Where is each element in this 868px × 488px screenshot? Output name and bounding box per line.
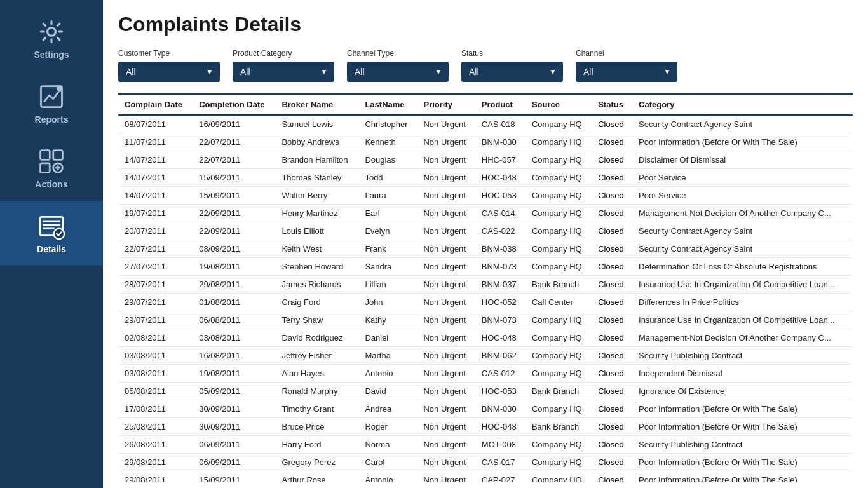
table-cell-broker-name: Timothy Grant xyxy=(275,400,358,418)
table-cell-product: BNM-073 xyxy=(475,311,526,329)
table-cell-source: Company HQ xyxy=(526,169,592,187)
table-cell-lastname: Antonio xyxy=(358,365,417,383)
filter-select-product-category[interactable]: All Insurance Banking Investments xyxy=(233,62,334,82)
filter-label-customer-type: Customer Type xyxy=(118,49,220,58)
table-cell-status: Closed xyxy=(592,169,632,187)
table-cell-completion-date: 15/09/2011 xyxy=(193,169,275,187)
sidebar-label-reports: Reports xyxy=(35,114,69,125)
table-cell-lastname: Earl xyxy=(358,205,417,222)
table-cell-product: HOC-053 xyxy=(475,383,526,400)
sidebar-item-reports[interactable]: Reports xyxy=(0,71,103,136)
table-row[interactable]: 05/08/201105/09/2011Ronald MurphyDavidNo… xyxy=(118,383,853,400)
table-row[interactable]: 20/07/201122/09/2011Louis ElliottEvelynN… xyxy=(118,222,853,240)
filter-select-customer-type-wrapper[interactable]: All Individual Corporate Business ▼ xyxy=(118,62,220,82)
table-row[interactable]: 03/08/201116/08/2011Jeffrey FisherMartha… xyxy=(118,347,853,365)
table-row[interactable]: 22/07/201108/09/2011Keith WestFrankNon U… xyxy=(118,240,853,258)
table-cell-completion-date: 30/09/2011 xyxy=(193,400,275,418)
table-cell-broker-name: Henry Martinez xyxy=(275,205,358,222)
table-row[interactable]: 29/07/201101/08/2011Craig FordJohnNon Ur… xyxy=(118,294,853,311)
table-cell-source: Company HQ xyxy=(526,115,592,133)
table-cell-lastname: Douglas xyxy=(358,151,417,169)
table-cell-broker-name: Arthur Rose xyxy=(275,471,358,482)
table-cell-status: Closed xyxy=(592,311,632,329)
table-row[interactable]: 14/07/201115/09/2011Walter BerryLauraNon… xyxy=(118,187,853,205)
complaints-table: Complain Date Completion Date Broker Nam… xyxy=(118,95,853,482)
table-cell-complain-date: 29/07/2011 xyxy=(118,311,193,329)
sidebar-label-settings: Settings xyxy=(34,50,69,60)
filter-select-status[interactable]: All Open Closed Pending xyxy=(461,62,563,82)
main-content: Complaints Details Customer Type All Ind… xyxy=(103,0,868,488)
table-row[interactable]: 29/08/201106/09/2011Gregory PerezCarolNo… xyxy=(118,454,853,471)
table-row[interactable]: 19/07/201122/09/2011Henry MartinezEarlNo… xyxy=(118,205,853,222)
table-cell-completion-date: 03/08/2011 xyxy=(193,329,275,347)
table-cell-complain-date: 03/08/2011 xyxy=(118,347,193,365)
table-row[interactable]: 11/07/201122/07/2011Bobby AndrewsKenneth… xyxy=(118,133,853,151)
table-row[interactable]: 02/08/201103/08/2011David RodriguezDanie… xyxy=(118,329,853,347)
col-source[interactable]: Source xyxy=(526,95,592,115)
table-cell-broker-name: Stephen Howard xyxy=(275,258,358,276)
filter-select-channel-type[interactable]: All Online Phone In-Person xyxy=(347,62,449,82)
table-row[interactable]: 14/07/201115/09/2011Thomas StanleyToddNo… xyxy=(118,169,853,187)
filter-label-status: Status xyxy=(461,49,563,58)
table-cell-lastname: Daniel xyxy=(358,329,417,347)
filter-select-channel-wrapper[interactable]: All Email Phone Web ▼ xyxy=(576,62,677,82)
table-row[interactable]: 14/07/201122/07/2011Brandon HamiltonDoug… xyxy=(118,151,853,169)
table-cell-complain-date: 14/07/2011 xyxy=(118,187,193,205)
table-cell-broker-name: Harry Ford xyxy=(275,436,358,454)
table-cell-product: BNM-030 xyxy=(475,400,526,418)
table-cell-completion-date: 19/08/2011 xyxy=(193,258,275,276)
col-product[interactable]: Product xyxy=(475,95,526,115)
table-row[interactable]: 26/08/201106/09/2011Harry FordNormaNon U… xyxy=(118,436,853,454)
table-cell-status: Closed xyxy=(592,205,632,222)
sidebar-item-settings[interactable]: Settings xyxy=(0,6,103,71)
table-row[interactable]: 29/07/201106/08/2011Terry ShawKathyNon U… xyxy=(118,311,853,329)
filter-select-product-category-wrapper[interactable]: All Insurance Banking Investments ▼ xyxy=(233,62,334,82)
table-cell-lastname: Kenneth xyxy=(358,133,417,151)
table-cell-broker-name: Samuel Lewis xyxy=(275,115,358,133)
table-cell-priority: Non Urgent xyxy=(417,347,475,365)
table-row[interactable]: 29/08/201115/09/2011Arthur RoseAntonioNo… xyxy=(118,471,853,482)
table-row[interactable]: 28/07/201129/08/2011James RichardsLillia… xyxy=(118,276,853,294)
table-row[interactable]: 17/08/201130/09/2011Timothy GrantAndreaN… xyxy=(118,400,853,418)
table-row[interactable]: 25/08/201130/09/2011Bruce PriceRogerNon … xyxy=(118,418,853,436)
table-cell-complain-date: 20/07/2011 xyxy=(118,222,193,240)
sidebar-item-details[interactable]: Details xyxy=(0,201,103,266)
table-cell-status: Closed xyxy=(592,471,632,482)
col-category[interactable]: Category xyxy=(632,95,853,115)
svg-point-2 xyxy=(57,86,62,92)
table-cell-category: Security Contract Agency Saint xyxy=(632,222,853,240)
filter-select-channel-type-wrapper[interactable]: All Online Phone In-Person ▼ xyxy=(347,62,449,82)
table-cell-lastname: Antonio xyxy=(358,471,417,482)
col-complain-date[interactable]: Complain Date xyxy=(118,95,193,115)
table-cell-product: HOC-048 xyxy=(475,418,526,436)
table-cell-lastname: Sandra xyxy=(358,258,417,276)
table-cell-source: Company HQ xyxy=(526,258,592,276)
sidebar-item-actions[interactable]: Actions xyxy=(0,136,103,201)
table-row[interactable]: 27/07/201119/08/2011Stephen HowardSandra… xyxy=(118,258,853,276)
table-cell-complain-date: 17/08/2011 xyxy=(118,400,193,418)
filter-select-channel[interactable]: All Email Phone Web xyxy=(576,62,677,82)
col-completion-date[interactable]: Completion Date xyxy=(193,95,275,115)
table-cell-broker-name: Brandon Hamilton xyxy=(275,151,358,169)
col-status[interactable]: Status xyxy=(592,95,632,115)
filter-select-customer-type[interactable]: All Individual Corporate Business xyxy=(118,62,220,82)
table-row[interactable]: 03/08/201119/08/2011Alan HayesAntonioNon… xyxy=(118,365,853,383)
table-row[interactable]: 08/07/201116/09/2011Samuel LewisChristop… xyxy=(118,115,853,133)
col-broker-name[interactable]: Broker Name xyxy=(275,95,358,115)
filter-select-status-wrapper[interactable]: All Open Closed Pending ▼ xyxy=(461,62,563,82)
complaints-table-container[interactable]: Complain Date Completion Date Broker Nam… xyxy=(118,93,853,482)
table-cell-lastname: Christopher xyxy=(358,115,417,133)
table-cell-product: CAS-012 xyxy=(475,365,526,383)
table-cell-source: Company HQ xyxy=(526,436,592,454)
sidebar: Settings Reports Actions Details xyxy=(0,0,103,488)
table-cell-source: Company HQ xyxy=(526,187,592,205)
col-priority[interactable]: Priority xyxy=(417,95,475,115)
table-cell-broker-name: Jeffrey Fisher xyxy=(275,347,358,365)
col-lastname[interactable]: LastName xyxy=(358,95,417,115)
table-cell-product: CAS-014 xyxy=(475,205,526,222)
table-cell-priority: Non Urgent xyxy=(417,294,475,311)
table-cell-completion-date: 05/09/2011 xyxy=(193,383,275,400)
table-cell-priority: Non Urgent xyxy=(417,400,475,418)
table-cell-source: Company HQ xyxy=(526,133,592,151)
page-title: Complaints Details xyxy=(118,13,853,36)
